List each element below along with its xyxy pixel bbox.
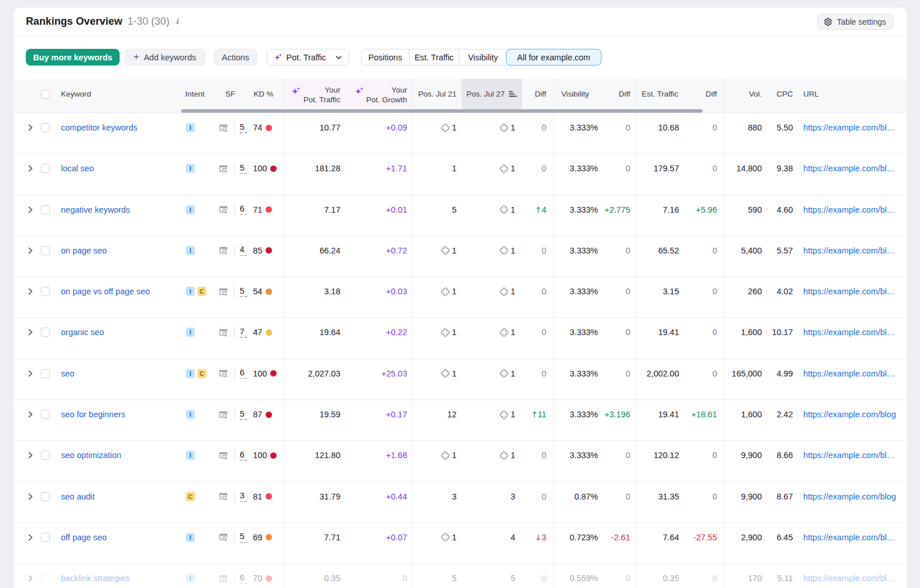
url-link[interactable]: https://example.com/bl… xyxy=(803,328,895,337)
keyword-link[interactable]: local seo xyxy=(61,164,94,173)
table-settings-button[interactable]: Table settings xyxy=(817,14,894,30)
intent-badge-i: I xyxy=(186,410,195,419)
expand-row-icon[interactable] xyxy=(26,328,34,336)
row-checkbox[interactable] xyxy=(41,369,50,378)
buy-more-keywords-button[interactable]: Buy more keywords xyxy=(26,49,120,66)
url-link[interactable]: https://example.com/blog xyxy=(803,410,896,419)
url-link[interactable]: https://example.com/bl… xyxy=(803,164,895,173)
serp-features-count[interactable]: 5 xyxy=(240,122,247,133)
segment-visibility[interactable]: Visibility xyxy=(459,49,507,65)
serp-features-count[interactable]: 5 xyxy=(240,286,247,297)
keyword-link[interactable]: backlink strategies xyxy=(61,574,129,583)
est-traffic-value: 31.35 xyxy=(658,492,679,501)
serp-features-count[interactable]: 7 xyxy=(240,327,247,338)
column-header-diff-est-traffic[interactable]: Diff xyxy=(686,79,724,113)
column-header-visibility[interactable]: Visibility xyxy=(553,79,605,113)
column-header-pos-jul-21[interactable]: Pos. Jul 21 xyxy=(412,79,462,113)
intent-badge-i: I xyxy=(186,287,195,296)
serp-features-count[interactable]: 5 xyxy=(240,409,247,420)
column-header-est-traffic[interactable]: Est. Traffic xyxy=(635,79,686,113)
url-link[interactable]: https://example.com/bl… xyxy=(803,287,895,296)
row-checkbox[interactable] xyxy=(41,205,50,214)
keyword-link[interactable]: on page vs off page seo xyxy=(61,287,150,296)
keyword-link[interactable]: seo xyxy=(61,369,74,378)
row-checkbox[interactable] xyxy=(41,574,50,583)
row-checkbox[interactable] xyxy=(41,246,50,255)
serp-features-count[interactable]: 6 xyxy=(240,368,247,379)
url-link[interactable]: https://example.com/bl… xyxy=(803,533,895,542)
url-link[interactable]: https://example.com/bl… xyxy=(803,451,895,460)
expand-row-icon[interactable] xyxy=(26,410,34,418)
keyword-link[interactable]: off page seo xyxy=(61,533,107,542)
expand-row-icon[interactable] xyxy=(26,533,34,541)
column-header-diff-visibility[interactable]: Diff xyxy=(605,79,635,113)
serp-features-count[interactable]: 3 xyxy=(240,491,247,502)
serp-features-count[interactable]: 6 xyxy=(240,573,247,584)
intent-badge-c: C xyxy=(197,287,206,296)
expand-row-icon[interactable] xyxy=(26,451,34,459)
row-checkbox[interactable] xyxy=(41,287,50,296)
url-link[interactable]: https://example.com/bl… xyxy=(803,369,895,378)
row-checkbox[interactable] xyxy=(41,410,50,419)
cpc-value: 5.50 xyxy=(777,123,793,132)
info-icon[interactable]: i xyxy=(177,17,179,26)
actions-button[interactable]: Actions xyxy=(214,49,257,66)
kd-value: 100 xyxy=(253,164,267,173)
segment-positions[interactable]: Positions xyxy=(362,49,409,65)
url-link[interactable]: https://example.com/bl… xyxy=(803,574,895,583)
pos-diff-value: ↑4 xyxy=(535,205,546,214)
column-header-cpc[interactable]: CPC xyxy=(768,79,799,113)
expand-row-icon[interactable] xyxy=(26,493,34,501)
column-header-intent[interactable]: Intent xyxy=(184,79,216,113)
keyword-link[interactable]: on page seo xyxy=(61,246,107,255)
serp-features-count[interactable]: 6 xyxy=(240,450,247,461)
row-checkbox[interactable] xyxy=(41,123,50,132)
column-header-volume[interactable]: Vol. xyxy=(724,79,768,113)
serp-features-count[interactable]: 5 xyxy=(240,532,247,543)
add-keywords-button[interactable]: + Add keywords xyxy=(124,49,205,66)
row-checkbox[interactable] xyxy=(41,164,50,173)
horizontal-scrollbar[interactable] xyxy=(181,109,703,113)
keyword-link[interactable]: negative keywords xyxy=(61,205,130,214)
keyword-link[interactable]: organic seo xyxy=(61,328,104,337)
expand-row-icon[interactable] xyxy=(26,206,34,214)
column-header-pot-traffic[interactable]: Your Pot. Traffic xyxy=(284,79,348,113)
serp-features-count[interactable]: 6 xyxy=(240,204,247,215)
serp-features-count[interactable]: 4 xyxy=(240,245,247,256)
segment-est-traffic[interactable]: Est. Traffic xyxy=(409,49,459,65)
table-row: seo IC 6 100 2,027.03 +25.03 1 1 0 xyxy=(14,359,907,399)
row-checkbox[interactable] xyxy=(41,533,50,542)
select-all-checkbox[interactable] xyxy=(41,90,50,99)
expand-row-icon[interactable] xyxy=(26,370,34,378)
row-checkbox[interactable] xyxy=(41,492,50,501)
column-header-kd[interactable]: KD % xyxy=(250,79,284,113)
expand-row-icon[interactable] xyxy=(26,247,34,255)
url-link[interactable]: https://example.com/bl… xyxy=(803,205,895,214)
keyword-link[interactable]: competitor keywords xyxy=(61,123,137,132)
column-header-pos-jul-27[interactable]: Pos. Jul 27 xyxy=(462,79,522,113)
serp-features-count[interactable]: 5 xyxy=(240,163,247,174)
pos-jul-27-value: 1 xyxy=(511,451,515,460)
expand-row-icon[interactable] xyxy=(26,124,34,132)
keyword-link[interactable]: seo audit xyxy=(61,492,95,501)
row-checkbox[interactable] xyxy=(41,451,50,460)
kd-difficulty-dot xyxy=(266,206,272,213)
keyword-link[interactable]: seo for beginners xyxy=(61,410,125,419)
column-header-diff-pos[interactable]: Diff xyxy=(522,79,553,113)
url-link[interactable]: https://example.com/blog xyxy=(803,492,896,501)
keyword-link[interactable]: seo optimization xyxy=(61,451,121,460)
column-header-sf[interactable]: SF xyxy=(216,79,250,113)
url-link[interactable]: https://example.com/bl… xyxy=(803,246,895,255)
intent-badge-i: I xyxy=(186,205,195,214)
expand-row-icon[interactable] xyxy=(26,287,34,295)
segment-all-for-example-com[interactable]: All for example.com xyxy=(506,49,601,66)
expand-row-icon[interactable] xyxy=(26,164,34,172)
metric-dropdown[interactable]: Pot. Traffic xyxy=(267,49,349,66)
expand-row-icon[interactable] xyxy=(26,574,34,582)
column-header-keyword[interactable]: Keyword xyxy=(57,79,184,113)
column-header-pot-growth[interactable]: Your Pot. Growth xyxy=(348,79,412,113)
intent-badges: I xyxy=(184,325,216,339)
column-header-url[interactable]: URL xyxy=(799,79,907,113)
row-checkbox[interactable] xyxy=(41,328,50,337)
url-link[interactable]: https://example.com/bl… xyxy=(803,123,895,132)
